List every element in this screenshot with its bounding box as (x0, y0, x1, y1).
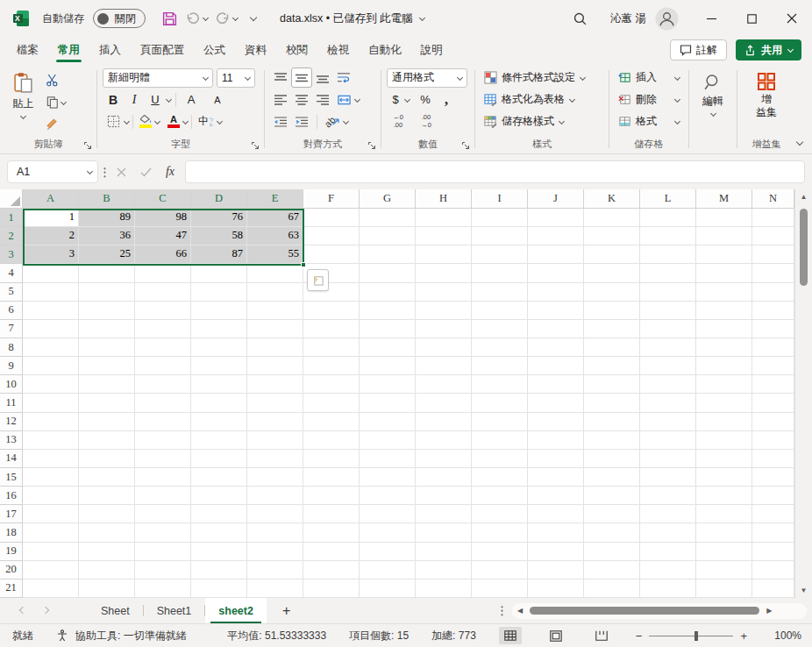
cell-L9[interactable] (640, 357, 696, 375)
cell-G8[interactable] (360, 338, 416, 357)
cell-J16[interactable] (528, 487, 584, 505)
cell-M11[interactable] (696, 394, 752, 412)
count-value[interactable]: 項目個數: 15 (349, 629, 409, 643)
cell-A11[interactable] (23, 394, 79, 412)
cell-D5[interactable] (191, 283, 247, 302)
cell-L14[interactable] (640, 450, 696, 468)
row-header-4[interactable]: 4 (0, 264, 23, 282)
cell-E14[interactable] (247, 450, 303, 468)
cell-M20[interactable] (696, 561, 752, 579)
cell-D2[interactable]: 58 (191, 227, 247, 245)
comments-button[interactable]: 註解 (670, 39, 727, 60)
cell-B3[interactable]: 25 (79, 245, 135, 264)
cell-I16[interactable] (472, 487, 528, 505)
share-dropdown-icon[interactable] (787, 47, 793, 53)
cell-D8[interactable] (191, 338, 247, 357)
cell-J14[interactable] (528, 450, 584, 468)
align-middle-button[interactable] (291, 68, 312, 88)
cell-G12[interactable] (360, 413, 416, 431)
sheet-tab-sheet[interactable]: Sheet (88, 598, 143, 623)
cell-G10[interactable] (360, 375, 416, 394)
cell-H11[interactable] (416, 394, 472, 412)
cell-E13[interactable] (247, 431, 303, 450)
cell-H21[interactable] (416, 579, 472, 598)
row-header-10[interactable]: 10 (0, 375, 23, 394)
cell-N17[interactable] (752, 505, 794, 523)
paste-dropdown-icon[interactable] (21, 114, 26, 119)
cell-I21[interactable] (472, 579, 528, 598)
cell-M2[interactable] (696, 227, 752, 245)
cell-H9[interactable] (416, 357, 472, 375)
cell-F6[interactable] (303, 302, 360, 320)
row-header-9[interactable]: 9 (0, 357, 23, 375)
borders-dropdown-icon[interactable] (124, 119, 129, 124)
cell-N16[interactable] (752, 487, 794, 505)
excel-app-icon[interactable]: X (12, 10, 30, 27)
cell-I9[interactable] (472, 357, 528, 375)
cell-A15[interactable] (23, 468, 79, 487)
share-button[interactable]: 共用 (736, 39, 801, 60)
zoom-in-button[interactable]: + (740, 629, 747, 643)
row-header-11[interactable]: 11 (0, 394, 23, 412)
cell-N12[interactable] (752, 413, 794, 431)
cell-I2[interactable] (472, 227, 528, 245)
cut-button[interactable] (41, 70, 62, 90)
cell-J9[interactable] (528, 357, 584, 375)
cell-A19[interactable] (23, 543, 79, 561)
maximize-button[interactable] (731, 0, 772, 37)
cell-E18[interactable] (247, 523, 303, 542)
cell-E3[interactable]: 55 (247, 245, 303, 264)
font-name-combo[interactable]: 新細明體 (103, 68, 213, 88)
cell-B9[interactable] (79, 357, 135, 375)
cell-J10[interactable] (528, 375, 584, 394)
cell-N15[interactable] (752, 468, 794, 487)
cell-C12[interactable] (135, 413, 191, 431)
cell-D13[interactable] (191, 431, 247, 450)
column-header-C[interactable]: C (135, 189, 191, 209)
row-header-16[interactable]: 16 (0, 487, 23, 505)
cell-J5[interactable] (528, 283, 584, 302)
cell-N8[interactable] (752, 338, 794, 357)
cell-N10[interactable] (752, 375, 794, 394)
zoom-slider-thumb[interactable] (694, 631, 698, 641)
cell-H7[interactable] (416, 320, 472, 338)
row-header-7[interactable]: 7 (0, 320, 23, 338)
cell-C5[interactable] (135, 283, 191, 302)
cell-I7[interactable] (472, 320, 528, 338)
page-break-view-button[interactable] (590, 627, 613, 644)
cell-K3[interactable] (584, 245, 640, 264)
cell-E8[interactable] (247, 338, 303, 357)
cell-K19[interactable] (584, 543, 640, 561)
row-header-18[interactable]: 18 (0, 523, 23, 542)
scroll-left-icon[interactable]: ◀ (517, 607, 523, 615)
cell-K2[interactable] (584, 227, 640, 245)
cell-K17[interactable] (584, 505, 640, 523)
cell-N1[interactable] (752, 209, 794, 227)
cell-G13[interactable] (360, 431, 416, 450)
cell-K20[interactable] (584, 561, 640, 579)
title-dropdown-icon[interactable] (420, 16, 425, 21)
cell-F7[interactable] (303, 320, 360, 338)
cell-B13[interactable] (79, 431, 135, 450)
number-dialog-launcher-icon[interactable] (461, 141, 470, 150)
phonetic-dropdown-icon[interactable] (217, 119, 222, 124)
cell-A14[interactable] (23, 450, 79, 468)
cell-A12[interactable] (23, 413, 79, 431)
tab-review[interactable]: 校閱 (276, 37, 317, 63)
formula-bar-resize-handle[interactable] (103, 167, 106, 178)
cell-M8[interactable] (696, 338, 752, 357)
cell-M3[interactable] (696, 245, 752, 264)
cell-I6[interactable] (472, 302, 528, 320)
cell-L8[interactable] (640, 338, 696, 357)
align-right-button[interactable] (312, 89, 333, 110)
font-size-combo[interactable]: 11 (217, 68, 255, 88)
cell-L21[interactable] (640, 579, 696, 598)
cell-I1[interactable] (472, 209, 528, 227)
borders-button[interactable] (103, 111, 124, 132)
cell-F10[interactable] (303, 375, 360, 394)
accounting-dropdown-icon[interactable] (404, 97, 410, 103)
sum-value[interactable]: 加總: 773 (431, 629, 476, 643)
cell-N11[interactable] (752, 394, 794, 412)
italic-button[interactable]: I (124, 89, 145, 110)
cell-G15[interactable] (360, 468, 416, 487)
